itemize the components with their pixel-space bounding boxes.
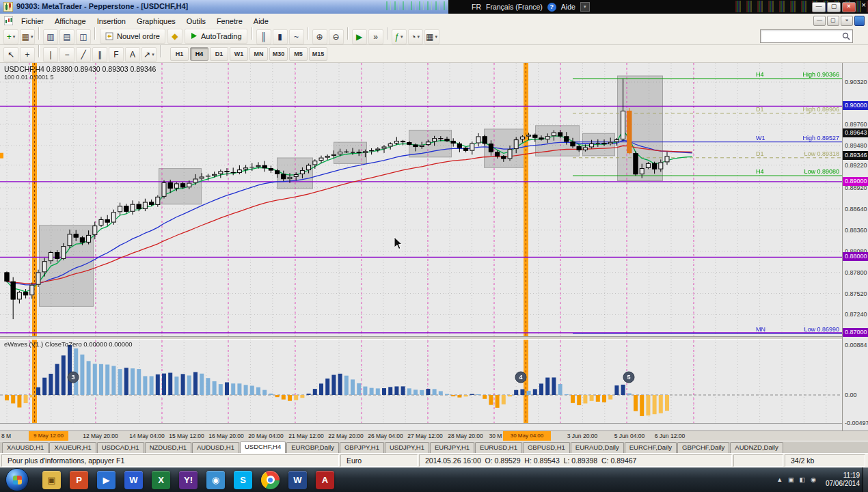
menu-graphiques[interactable]: Graphiques	[131, 16, 181, 27]
toolbar-separator	[38, 27, 40, 40]
menu-fichier[interactable]: Fichier	[16, 16, 49, 27]
excel-icon[interactable]: X	[152, 471, 170, 489]
search-input[interactable]	[763, 31, 842, 40]
price-axis[interactable]: 0.903200.897600.894800.892200.889200.886…	[842, 63, 868, 430]
chart-tab-eurchf-daily[interactable]: EURCHF,Daily	[625, 442, 677, 453]
chart-canvas[interactable]	[0, 63, 842, 430]
search-icon[interactable]	[842, 32, 850, 40]
chart-tab-usdcad-h1[interactable]: USDCAD,H1	[97, 442, 144, 453]
new-chart-button[interactable]: +▾	[3, 29, 18, 44]
vertical-line-button[interactable]: |	[43, 47, 58, 62]
taskbar-clock[interactable]: 11:19 07/06/2014	[826, 472, 860, 489]
acrobat-reader-icon[interactable]: A	[316, 471, 334, 489]
menu-affichage[interactable]: Affichage	[49, 16, 92, 27]
navigator-button[interactable]: ◫	[76, 29, 91, 44]
chart-bars-button[interactable]: ║	[256, 29, 271, 44]
chart-tab-usdjpy-h1[interactable]: USDJPY,H1	[385, 442, 429, 453]
menu-aide[interactable]: Aide	[248, 16, 274, 27]
indicators-button[interactable]: ƒ▾	[392, 29, 407, 44]
chart-tab-eurgbp-daily[interactable]: EURGBP,Daily	[286, 442, 339, 453]
trendline-button[interactable]: ╱	[76, 47, 91, 62]
channel-button[interactable]: ∥	[92, 47, 107, 62]
timeframe-m30[interactable]: M30	[269, 47, 288, 61]
zoom-out-button[interactable]: ⊖	[329, 29, 344, 44]
time-axis[interactable]: 9 May 12:0030 May 04:008 M12 May 20:0014…	[0, 430, 868, 441]
chart-candlesticks-button[interactable]: ▮	[273, 29, 288, 44]
timeframe-m15[interactable]: M15	[309, 47, 327, 61]
chart-tab-gbpusd-h1[interactable]: GBPUSD,H1	[523, 442, 570, 453]
child-minimize-button[interactable]: —	[813, 16, 826, 26]
child-close-button[interactable]: ×	[841, 16, 853, 26]
minimize-button[interactable]: —	[812, 2, 826, 12]
timeframe-h1[interactable]: H1	[170, 47, 189, 61]
chart-tab-audusd-h1[interactable]: AUDUSD,H1	[192, 442, 239, 453]
menu-fenetre[interactable]: Fenetre	[211, 16, 248, 27]
chart-tab-xaueur-h1[interactable]: XAUEUR,H1	[49, 442, 96, 453]
skype-icon[interactable]: S	[234, 471, 252, 489]
toolbar-separator	[308, 27, 309, 40]
chart-line-button[interactable]: ~	[289, 29, 304, 44]
app-icon	[3, 2, 13, 12]
chart-tab-usdchf-h4[interactable]: USDCHF,H4	[240, 441, 286, 453]
help-icon[interactable]: ?	[547, 3, 556, 12]
windows-explorer-icon[interactable]: ▣	[42, 471, 61, 489]
language-code[interactable]: FR	[472, 3, 481, 11]
video-overlay-close-icon[interactable]: ×	[862, 1, 866, 9]
data-window-button[interactable]: ▤	[59, 29, 74, 44]
chart-tab-euraud-daily[interactable]: EURAUD,Daily	[571, 442, 624, 453]
auto-scroll-button[interactable]: ▶	[352, 29, 367, 44]
language-help-label[interactable]: Aide	[561, 3, 575, 11]
language-bar[interactable]: FR Français (France) ? Aide ▾	[472, 1, 590, 12]
crosshair-button[interactable]: +	[20, 47, 35, 62]
autotrading-button[interactable]: AutoTrading	[185, 29, 247, 44]
chart-tab-nzdusd-h1[interactable]: NZDUSD,H1	[145, 442, 191, 453]
language-name[interactable]: Français (France)	[486, 3, 543, 11]
timeframe-mn[interactable]: MN	[249, 47, 268, 61]
menu-outils[interactable]: Outils	[181, 16, 211, 27]
new-order-button[interactable]: Nouvel ordre	[100, 29, 165, 44]
safari-icon[interactable]: ◉	[206, 471, 225, 489]
timeframe-w1[interactable]: W1	[230, 47, 248, 61]
media-player-icon[interactable]: ▶	[97, 471, 116, 489]
powerpoint-icon[interactable]: P	[70, 471, 88, 489]
horizontal-line-button[interactable]: −	[59, 47, 74, 62]
close-button[interactable]: ×	[842, 2, 856, 12]
yahoo-messenger-icon[interactable]: Y!	[179, 471, 198, 489]
templates-icon: ▦	[426, 33, 433, 41]
word-icon[interactable]: W	[124, 471, 143, 489]
chart-tab-gbpchf-daily[interactable]: GBPCHF,Daily	[677, 442, 729, 453]
arrows-button[interactable]: ↗▾	[141, 47, 157, 62]
fibonacci-button[interactable]: F	[109, 47, 124, 62]
chart-tab-audnzd-daily[interactable]: AUDNZD,Daily	[730, 442, 783, 453]
menu-insertion[interactable]: Insertion	[92, 16, 131, 27]
child-restore-button[interactable]: ▢	[827, 16, 839, 26]
text-button[interactable]: A	[125, 47, 140, 62]
volume-icon[interactable]: ◉	[811, 476, 816, 483]
title-bar[interactable]: 90303: MetaTrader - Pepperstone - [USDCH…	[0, 0, 868, 14]
chart-shift-button[interactable]: »	[368, 29, 383, 44]
timeframe-m5[interactable]: M5	[289, 47, 308, 61]
language-bar-options-button[interactable]: ▾	[580, 2, 590, 12]
cursor-button[interactable]: ↖	[3, 47, 18, 62]
chart-tab-xauusd-h1[interactable]: XAUUSD,H1	[2, 442, 49, 453]
show-hidden-icons-icon[interactable]: ▲	[776, 476, 783, 483]
action-center-icon[interactable]: ▣	[788, 476, 794, 483]
periods-button[interactable]: ◔▾	[408, 29, 423, 44]
timeframe-h4[interactable]: H4	[190, 47, 208, 61]
timeframe-d1[interactable]: D1	[210, 47, 228, 61]
metaeditor-button[interactable]: ◆	[167, 29, 182, 44]
zoom-in-button[interactable]: ⊕	[312, 29, 327, 44]
chart-tab-eurusd-h1[interactable]: EURUSD,H1	[475, 442, 522, 453]
chrome-icon[interactable]	[261, 471, 280, 489]
community-icon[interactable]	[854, 16, 865, 26]
start-button[interactable]	[5, 468, 29, 491]
show-desktop-button[interactable]	[863, 467, 868, 492]
network-icon[interactable]: ◧	[800, 476, 806, 483]
templates-button[interactable]: ▦▾	[424, 29, 439, 44]
chart-tab-gbpjpy-h1[interactable]: GBPJPY,H1	[340, 442, 384, 453]
maximize-button[interactable]: ▢	[827, 2, 841, 12]
market-watch-button[interactable]: ▥	[43, 29, 58, 44]
chart-tab-eurjpy-h1[interactable]: EURJPY,H1	[430, 442, 474, 453]
profiles-button[interactable]: ▦▾	[20, 29, 35, 44]
word-2-icon[interactable]: W	[288, 471, 307, 489]
